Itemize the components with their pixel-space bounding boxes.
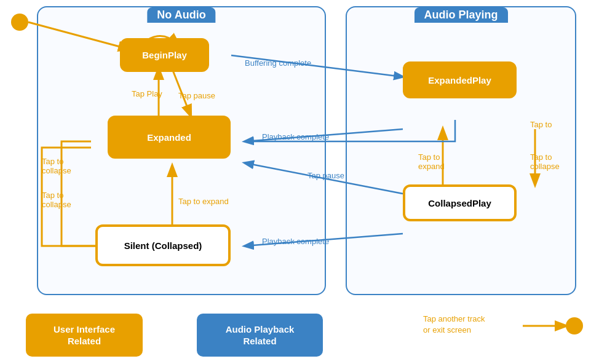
tap-to-collapse-2-label: Tap to collapse [42,191,71,209]
playback-complete-silent-label: Playback complete [262,237,329,246]
silent-collapsed-state: Silent (Collapsed) [95,224,231,266]
collapsed-play-state: CollapsedPlay [403,184,517,221]
tap-play-label: Tap Play [132,89,162,98]
ui-related-legend: User Interface Related [26,314,143,357]
tap-to-collapse-right-label: Tap to collapse [530,152,560,171]
tap-to-expand-label: Tap to expand [178,197,229,206]
tap-to-expand-right-label: Tap to expand [418,152,445,171]
tap-pause-collapsed-label: Tap pause [307,171,344,180]
buffering-complete-label: Buffering complete [245,58,311,68]
diagram-container: No Audio Audio Playing [0,0,591,364]
audio-related-legend: Audio Playback Related [197,314,323,357]
ui-related-label: User Interface Related [54,323,115,347]
playback-complete-expanded-label: Playback complete [262,132,329,141]
audio-related-label: Audio Playback Related [226,323,295,347]
tap-pause-begin-label: Tap pause [178,91,215,100]
expanded-state: Expanded [108,116,231,159]
tap-to-upper-right-label: Tap to [530,120,552,129]
terminal-dot [566,317,583,334]
tap-to-collapse-1-label: Tap to collapse [42,157,71,175]
begin-play-state: BeginPlay [120,38,209,72]
svg-line-0 [28,22,129,49]
expanded-play-state: ExpandedPlay [403,61,517,98]
arrows-svg [0,0,591,364]
tap-another-track-label: Tap another track Tap another track or e… [423,314,485,336]
